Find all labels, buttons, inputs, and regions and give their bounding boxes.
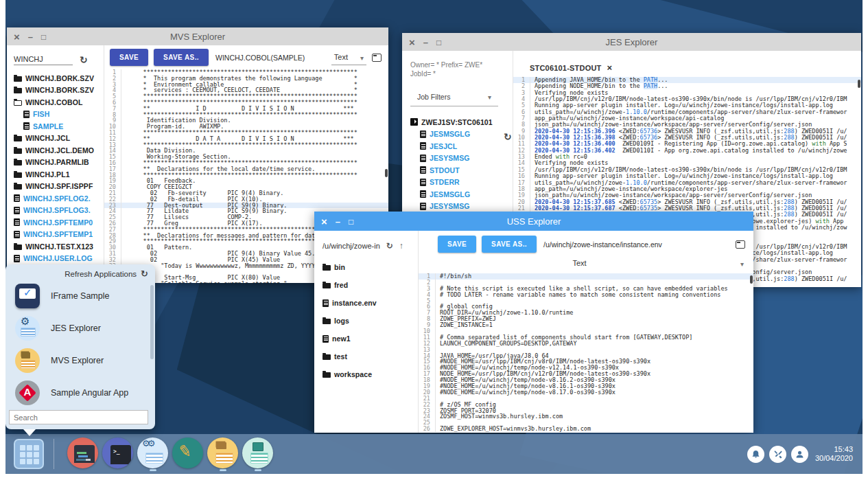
tree-item-winchj-cobol[interactable]: WINCHJ.COBOL	[14, 96, 104, 109]
editor-app-icon	[172, 437, 203, 468]
line-text: # TODO LATER - rename variable names to …	[435, 292, 753, 298]
tree-item-test[interactable]: test	[322, 348, 418, 365]
app-launcher-button[interactable]	[14, 439, 44, 469]
save-button[interactable]: SAVE	[110, 49, 148, 66]
tree-item-winchj-bork-szv[interactable]: WINCHJ.BORK.SZV	[14, 72, 104, 84]
close-icon[interactable]	[409, 37, 415, 47]
close-icon[interactable]	[607, 62, 612, 73]
refresh-icon[interactable]	[80, 55, 88, 65]
settings-tools-icon[interactable]	[769, 446, 786, 463]
tree-item-label: JESYSMSG	[430, 154, 470, 162]
tree-item-jesysmsg[interactable]: JESYSMSG	[410, 152, 513, 165]
mvs-titlebar[interactable]: MVS Explorer	[7, 27, 388, 45]
tree-item-bin[interactable]: bin	[322, 258, 418, 276]
uss-code-editor[interactable]: 1#!/bin/sh23# Note this script is execut…	[419, 273, 753, 433]
mvs-dataset-tree-pane: WINCHJ.BORK.SZVWINCHJ.BORK.SZVWINCHJ.COB…	[7, 45, 104, 283]
launcher-app-mvs-explorer[interactable]: MVS Explorer	[5, 344, 150, 376]
dock-code-editor-app[interactable]	[67, 437, 99, 471]
maximize-icon[interactable]	[436, 38, 441, 47]
tree-item-jesmsglg[interactable]: JESMSGLG	[410, 128, 513, 141]
job-tree: ZWEJ1SV:STC06101JESMSGLGJESJCLJESYSMSGST…	[410, 116, 513, 225]
maximize-icon[interactable]	[41, 32, 46, 41]
tree-item-label: WINCHJ.SPFTEMP0	[23, 218, 93, 227]
tree-item-logs[interactable]: logs	[322, 312, 418, 330]
tree-item-jesjcl[interactable]: JESJCL	[410, 140, 513, 152]
tree-item-fish[interactable]: FISH	[14, 109, 104, 121]
tree-item-winchj-jcl[interactable]: WINCHJ.JCL	[14, 133, 104, 145]
tree-item-winchj-spf-isppf[interactable]: WINCHJ.SPF.ISPPF	[14, 181, 104, 193]
uss-titlebar[interactable]: USS Explorer	[314, 212, 753, 231]
tree-item-winchj-jcl-demo[interactable]: WINCHJ.JCL.DEMO	[14, 144, 104, 157]
tree-item-winchj-test-x123[interactable]: WINCHJ.TEST.X123	[14, 240, 104, 253]
tree-item-winchj-spftemp0[interactable]: WINCHJ.SPFTEMP0	[14, 216, 104, 229]
code-line: 92020-04-30 12:15:36.396 <ZWED:65736> ZW…	[513, 128, 861, 135]
refresh-icon[interactable]	[504, 132, 512, 141]
launcher-app-iframe-sample[interactable]: IFrame Sample	[5, 280, 150, 312]
tree-item-winchj-spflog3-[interactable]: WINCHJ.SPFLOG3.	[14, 205, 104, 217]
tree-item-jesysmsg[interactable]: JESYSMSG	[410, 201, 513, 213]
dock-uss-explorer-app[interactable]	[242, 437, 274, 471]
notifications-bell-icon[interactable]	[747, 446, 764, 463]
tree-item-label: JESMSGLG	[430, 190, 470, 198]
user-account-icon[interactable]	[791, 446, 808, 463]
save-button[interactable]: SAVE	[438, 236, 476, 253]
line-text: 2020-04-30 12:15:36.400 ZWED0109I - Regi…	[530, 141, 861, 147]
tree-item-winchj-parmlib[interactable]: WINCHJ.PARMLIB	[14, 157, 104, 169]
scrollbar-thumb[interactable]	[385, 169, 388, 177]
up-directory-icon[interactable]	[399, 242, 403, 250]
minimize-icon[interactable]	[423, 38, 428, 47]
tree-item-jesmsglg[interactable]: JESMSGLG	[410, 188, 513, 201]
open-in-new-icon[interactable]	[736, 240, 745, 249]
syntax-mode-select[interactable]: Text	[419, 255, 753, 273]
tree-item-stdout[interactable]: STDOUT	[410, 164, 513, 177]
app-search-input[interactable]	[9, 410, 148, 424]
job-icon	[410, 118, 418, 126]
close-icon[interactable]	[14, 32, 20, 42]
scrollbar-thumb[interactable]	[750, 275, 753, 284]
tree-item-winchj-pl1[interactable]: WINCHJ.PL1	[14, 168, 104, 181]
scrollbar-thumb[interactable]	[858, 80, 860, 88]
code-line: 112020-04-30 12:15:36.400 ZWED0109I - Re…	[513, 141, 861, 147]
tree-item-winchj-spftemp1[interactable]: WINCHJ.SPFTEMP1	[14, 229, 104, 241]
minimize-icon[interactable]	[336, 217, 340, 226]
line-text: COPY CEEIGZCT	[121, 184, 388, 190]
close-icon[interactable]	[321, 216, 327, 227]
tree-item-winchj-user-log[interactable]: WINCHJ.USER.LOG	[14, 253, 104, 265]
syntax-mode-select[interactable]: Text	[331, 49, 366, 65]
dock-terminal-app[interactable]	[102, 437, 134, 471]
maximize-icon[interactable]	[349, 217, 353, 226]
code-line: 22# z/OS MF config	[419, 402, 753, 408]
minimize-icon[interactable]	[28, 32, 33, 41]
launcher-app-sample-angular-app[interactable]: Sample Angular App	[5, 376, 150, 409]
file-icon	[14, 194, 20, 202]
tree-item-workspace[interactable]: workspace	[322, 365, 418, 383]
tree-item-instance-env[interactable]: instance.env	[322, 294, 418, 312]
tree-item-stderr[interactable]: STDERR	[410, 177, 513, 189]
launcher-app-jes-explorer[interactable]: JES Explorer	[5, 312, 150, 344]
jes-titlebar[interactable]: JES Explorer	[402, 33, 861, 51]
tree-item-label: ZWEJ1SV:STC06101	[421, 118, 493, 126]
refresh-applications[interactable]: Refresh Applications	[5, 264, 155, 278]
line-text: ZOSMF_HOST=winmvs3b.hursley.ibm.com	[435, 413, 753, 420]
tree-item-fred[interactable]: fred	[322, 276, 418, 294]
code-line: 6# global config	[419, 304, 753, 310]
tree-item-sample[interactable]: SAMPLE	[14, 120, 104, 133]
tree-item-label: WINCHJ.TEST.X123	[25, 242, 93, 251]
save-as-button[interactable]: SAVE AS..	[482, 236, 537, 253]
dataset-filter-input[interactable]	[14, 54, 73, 65]
save-as-button[interactable]: SAVE AS..	[154, 49, 209, 66]
tree-item-zwej1sv-stc06101[interactable]: ZWEJ1SV:STC06101	[410, 116, 513, 128]
tree-item-new1[interactable]: new1	[322, 330, 418, 348]
dock-mvs-explorer-app[interactable]	[207, 437, 239, 471]
refresh-icon[interactable]	[386, 242, 393, 250]
job-filters-select[interactable]: Job Filters	[410, 88, 498, 106]
tab-stdout[interactable]: STC06101-STDOUT	[523, 58, 619, 77]
tree-item-winchj-bork-szv[interactable]: WINCHJ.BORK.SZV	[14, 84, 104, 97]
dock-editor-app[interactable]	[172, 437, 204, 471]
scrollbar-thumb[interactable]	[150, 285, 154, 359]
dock-jes-explorer-app[interactable]	[137, 437, 169, 471]
mvs-app-icon	[15, 348, 40, 373]
uss-path-label[interactable]: /u/winchj/zowe-in	[322, 242, 380, 250]
tree-item-winchj-spflog2-[interactable]: WINCHJ.SPFLOG2.	[14, 192, 104, 205]
open-in-new-icon[interactable]	[372, 54, 382, 62]
